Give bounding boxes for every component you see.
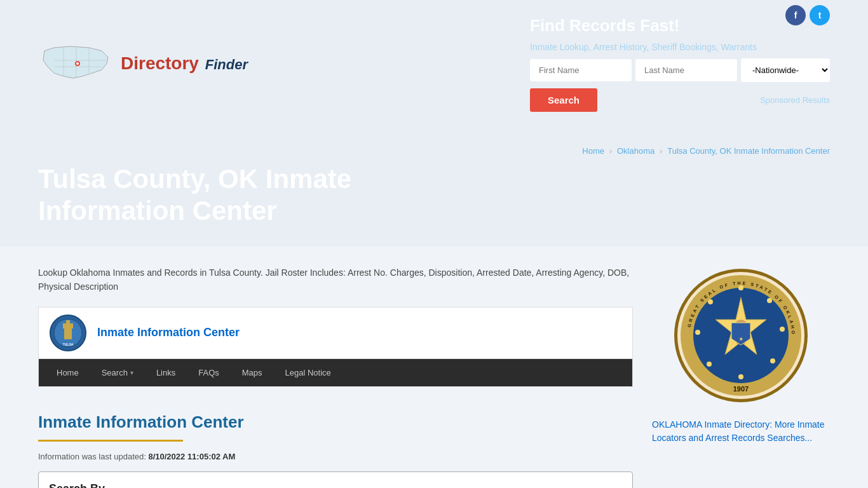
sponsored-text: Sponsored Results bbox=[760, 95, 830, 105]
last-updated: Information was last updated: 8/10/2022 … bbox=[38, 452, 633, 461]
find-records-title: Find Records Fast! bbox=[530, 16, 679, 36]
facebook-icon[interactable]: f bbox=[785, 5, 806, 25]
nav-faqs[interactable]: FAQs bbox=[187, 359, 231, 386]
nationwide-select[interactable]: -Nationwide- bbox=[741, 58, 830, 82]
search-button[interactable]: Search bbox=[530, 88, 597, 112]
iic-section: Inmate Information Center Information wa… bbox=[38, 400, 633, 488]
breadcrumb-current: Tulsa County, OK Inmate Information Cent… bbox=[667, 146, 830, 156]
nav-maps[interactable]: Maps bbox=[231, 359, 274, 386]
breadcrumb: Home › Oklahoma › Tulsa County, OK Inmat… bbox=[38, 146, 830, 156]
search-by-title: Search By bbox=[49, 482, 622, 488]
breadcrumb-home[interactable]: Home bbox=[582, 146, 604, 156]
svg-point-16 bbox=[770, 358, 775, 363]
search-widget: Find Records Fast! Inmate Lookup, Arrest… bbox=[530, 16, 830, 112]
svg-point-2 bbox=[76, 62, 79, 65]
oklahoma-seal-icon: ★ 1907 GREAT SEAL OF THE STATE OF OKLAHO… bbox=[671, 266, 811, 405]
logo-directory: Directory bbox=[121, 53, 199, 73]
svg-point-13 bbox=[738, 285, 743, 290]
svg-point-19 bbox=[695, 330, 700, 335]
svg-rect-7 bbox=[66, 320, 70, 327]
svg-text:TULSA: TULSA bbox=[63, 342, 74, 346]
main-content: Lookup Oklahoma Inmates and Records in T… bbox=[0, 247, 868, 488]
breadcrumb-sep2: › bbox=[660, 147, 662, 156]
last-name-input[interactable] bbox=[635, 59, 737, 81]
ok-seal: ★ 1907 GREAT SEAL OF THE STATE OF OKLAHO… bbox=[652, 266, 830, 405]
logo-text: Directory Finder bbox=[121, 53, 248, 74]
svg-text:1907: 1907 bbox=[733, 385, 749, 393]
inmate-widget: TULSA Inmate Information Center Home Sea… bbox=[38, 307, 633, 387]
logo-area: Directory Finder bbox=[38, 41, 248, 86]
intro-text: Lookup Oklahoma Inmates and Records in T… bbox=[38, 266, 633, 294]
header-banner: Directory Finder Find Records Fast! Inma… bbox=[0, 0, 868, 127]
first-name-input[interactable] bbox=[530, 59, 632, 81]
svg-point-17 bbox=[738, 374, 743, 379]
breadcrumb-sep1: › bbox=[609, 147, 612, 156]
nav-links[interactable]: Links bbox=[145, 359, 187, 386]
svg-text:★: ★ bbox=[739, 337, 743, 341]
logo-container[interactable]: Directory Finder bbox=[38, 41, 248, 86]
nav-search[interactable]: Search ▾ bbox=[90, 359, 145, 386]
nav-home[interactable]: Home bbox=[45, 359, 90, 386]
nav-legal[interactable]: Legal Notice bbox=[274, 359, 342, 386]
last-updated-value: 8/10/2022 11:05:02 AM bbox=[148, 452, 235, 461]
search-row: Search Sponsored Results bbox=[530, 88, 830, 112]
svg-point-15 bbox=[780, 327, 785, 332]
content-left: Lookup Oklahoma Inmates and Records in T… bbox=[38, 266, 633, 488]
usa-map-icon bbox=[38, 41, 114, 86]
inmate-widget-title: Inmate Information Center bbox=[97, 326, 240, 339]
inmate-nav: Home Search ▾ Links FAQs Maps Legal Noti… bbox=[39, 359, 632, 386]
search-dropdown-icon: ▾ bbox=[130, 369, 133, 376]
logo-finder: Finder bbox=[205, 57, 248, 72]
search-inputs: -Nationwide- bbox=[530, 58, 830, 82]
page-title-area: Home › Oklahoma › Tulsa County, OK Inmat… bbox=[0, 127, 868, 247]
content-right: ★ 1907 GREAT SEAL OF THE STATE OF OKLAHO… bbox=[652, 266, 830, 488]
find-records-subtitle: Inmate Lookup, Arrest History, Sheriff B… bbox=[530, 42, 757, 52]
iic-heading: Inmate Information Center bbox=[38, 412, 633, 432]
svg-point-18 bbox=[707, 362, 712, 367]
search-by-box: Search By To view the status of an inmat… bbox=[38, 471, 633, 488]
inmate-widget-header: TULSA Inmate Information Center bbox=[39, 308, 632, 359]
tulsa-county-seal-icon: TULSA bbox=[49, 314, 87, 352]
svg-point-14 bbox=[767, 298, 772, 303]
page-main-title: Tulsa County, OK Inmate Information Cent… bbox=[38, 163, 830, 227]
social-bar: f t bbox=[785, 5, 830, 25]
ok-directory-link[interactable]: OKLAHOMA Inmate Directory: More Inmate L… bbox=[652, 419, 825, 443]
iic-divider bbox=[38, 440, 280, 442]
breadcrumb-oklahoma[interactable]: Oklahoma bbox=[617, 146, 654, 156]
svg-point-20 bbox=[708, 299, 713, 304]
twitter-icon[interactable]: t bbox=[810, 5, 830, 25]
